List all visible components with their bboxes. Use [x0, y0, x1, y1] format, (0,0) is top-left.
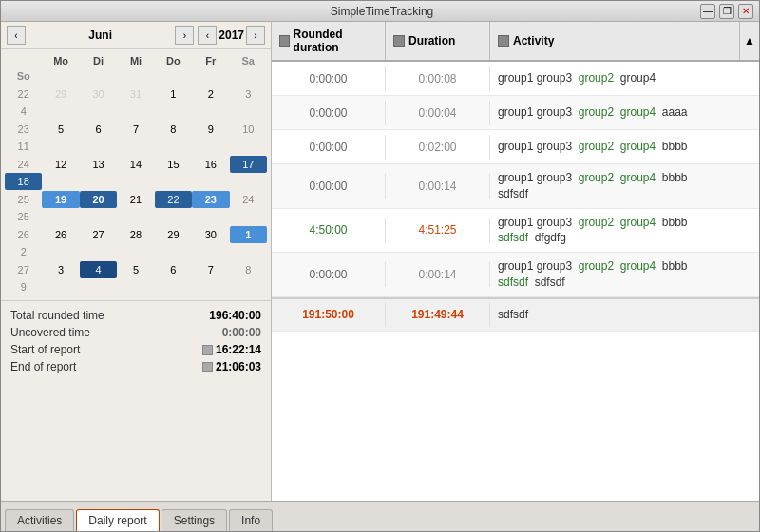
col-activity-label: Activity	[513, 34, 554, 48]
cal-cell[interactable]: 24	[230, 191, 267, 208]
col-header-rounded: Rounded duration	[272, 22, 386, 60]
cal-cell[interactable]: 29	[155, 226, 192, 243]
total-rounded-label: Total rounded time	[10, 309, 104, 322]
cal-cell[interactable]: 5	[117, 261, 154, 278]
next-month-button[interactable]: ›	[175, 26, 194, 45]
activity-cell: group1 group3 group2 group4 bbbb sdfsdf …	[490, 209, 759, 253]
end-value: 21:06:03	[202, 360, 261, 373]
cal-cell[interactable]: 22	[155, 191, 192, 208]
cal-cell[interactable]: 27	[80, 226, 117, 243]
cal-cell[interactable]: 6	[155, 261, 192, 278]
tab-info[interactable]: Info	[229, 509, 273, 531]
total-duration-cell: 191:49:44	[386, 302, 490, 327]
fri-header: Fr	[192, 53, 229, 68]
uncovered-value: 0:00:00	[222, 326, 261, 339]
copy-icon	[202, 362, 213, 372]
week-num: 23	[5, 121, 42, 138]
tab-activities[interactable]: Activities	[5, 509, 74, 531]
table-row[interactable]: 0:00:00 0:00:08 group1 group3 group2 gro…	[272, 62, 759, 96]
cal-cell[interactable]: 2	[5, 243, 42, 260]
sort-icon	[279, 35, 290, 47]
cal-cell[interactable]: 9	[192, 121, 229, 138]
cal-cell[interactable]: 1	[155, 86, 192, 103]
window-controls: — ❐ ✕	[700, 4, 753, 19]
col-duration-label: Duration	[408, 34, 455, 48]
cal-cell[interactable]: 5	[42, 121, 79, 138]
col-header-activity: Activity	[490, 22, 740, 60]
cal-cell[interactable]: 7	[117, 121, 154, 138]
cal-cell[interactable]: 3	[230, 86, 267, 103]
col-header-duration: Duration	[386, 22, 490, 60]
total-activity-cell: sdfsdf	[490, 302, 759, 327]
start-row: Start of report 16:22:14	[10, 343, 261, 356]
left-panel: ‹ Juni › ‹ 2017 › Mo Di Mi Do Fr S	[1, 22, 272, 501]
col-header-sort[interactable]: ▲	[740, 22, 759, 60]
activity-cell: group1 group3 group2 group4	[490, 65, 759, 92]
right-panel: Rounded duration Duration Activity ▲	[272, 22, 759, 501]
cal-cell[interactable]: 2	[192, 86, 229, 103]
cal-cell[interactable]: 26	[42, 226, 79, 243]
total-rounded-value: 196:40:00	[209, 309, 261, 322]
rounded-cell: 0:00:00	[272, 101, 386, 125]
cal-cell[interactable]: 20	[80, 191, 117, 208]
close-button[interactable]: ✕	[738, 4, 753, 19]
cal-cell[interactable]: 15	[155, 156, 192, 173]
window-title: SimpleTimeTracking	[64, 5, 700, 18]
cal-cell[interactable]: 1	[230, 226, 267, 243]
cal-week-22: 22 29 30 31 1 2 3 4	[5, 86, 267, 120]
duration-cell: 0:00:04	[386, 101, 490, 125]
rounded-cell: 0:00:00	[272, 135, 386, 160]
activity-cell: group1 group3 group2 group4 bbbb sdfsdf …	[490, 253, 759, 296]
cal-cell[interactable]: 19	[42, 191, 79, 208]
cal-cell[interactable]: 23	[192, 191, 229, 208]
year-nav: ‹ 2017 ›	[198, 26, 265, 45]
cal-cell[interactable]: 7	[192, 261, 229, 278]
next-year-button[interactable]: ›	[246, 26, 265, 45]
prev-year-button[interactable]: ‹	[198, 26, 217, 45]
cal-cell[interactable]: 17	[230, 156, 267, 173]
cal-cell[interactable]: 8	[230, 261, 267, 278]
cal-cell[interactable]: 16	[192, 156, 229, 173]
start-value: 16:22:14	[202, 343, 261, 356]
cal-cell[interactable]: 12	[42, 156, 79, 173]
table-row[interactable]: 0:00:00 0:00:04 group1 group3 group2 gro…	[272, 96, 759, 130]
tab-settings[interactable]: Settings	[162, 509, 227, 531]
cal-cell[interactable]: 4	[80, 261, 117, 278]
cal-cell[interactable]: 8	[155, 121, 192, 138]
cal-cell[interactable]: 9	[5, 278, 42, 295]
cal-cell[interactable]: 13	[80, 156, 117, 173]
table-row[interactable]: 4:50:00 4:51:25 group1 group3 group2 gro…	[272, 209, 759, 254]
cal-cell[interactable]: 21	[117, 191, 154, 208]
cal-cell[interactable]: 25	[5, 208, 42, 225]
thu-header: Do	[155, 53, 192, 68]
restore-button[interactable]: ❐	[719, 4, 734, 19]
title-bar: SimpleTimeTracking — ❐ ✕	[1, 1, 759, 22]
sun-header: So	[5, 68, 42, 84]
end-label: End of report	[10, 360, 76, 373]
cal-cell[interactable]: 14	[117, 156, 154, 173]
week-num: 26	[5, 226, 42, 243]
tab-daily-report[interactable]: Daily report	[76, 509, 159, 531]
table-row[interactable]: 0:00:00 0:00:14 group1 group3 group2 gro…	[272, 253, 759, 297]
minimize-button[interactable]: —	[700, 4, 715, 19]
week-col-header	[5, 53, 42, 68]
cal-cell[interactable]: 10	[230, 121, 267, 138]
table-row[interactable]: 0:00:00 0:02:00 group1 group3 group2 gro…	[272, 130, 759, 164]
cal-cell[interactable]: 18	[5, 173, 42, 190]
tue-header: Di	[80, 53, 117, 68]
week-num: 22	[5, 86, 42, 103]
sort-icon	[498, 35, 509, 47]
cal-cell[interactable]: 3	[42, 261, 79, 278]
cal-cell[interactable]: 11	[5, 138, 42, 155]
table-row[interactable]: 0:00:00 0:00:14 group1 group3 group2 gro…	[272, 164, 759, 209]
cal-cell[interactable]: 28	[117, 226, 154, 243]
cal-cell[interactable]: 31	[117, 86, 154, 103]
cal-cell[interactable]: 29	[42, 86, 79, 103]
total-rounded-row: Total rounded time 196:40:00	[10, 309, 261, 322]
cal-cell[interactable]: 4	[5, 103, 42, 120]
content-area: ‹ Juni › ‹ 2017 › Mo Di Mi Do Fr S	[1, 22, 759, 501]
cal-cell[interactable]: 30	[192, 226, 229, 243]
cal-cell[interactable]: 6	[80, 121, 117, 138]
cal-cell[interactable]: 30	[80, 86, 117, 103]
prev-month-button[interactable]: ‹	[7, 26, 26, 45]
